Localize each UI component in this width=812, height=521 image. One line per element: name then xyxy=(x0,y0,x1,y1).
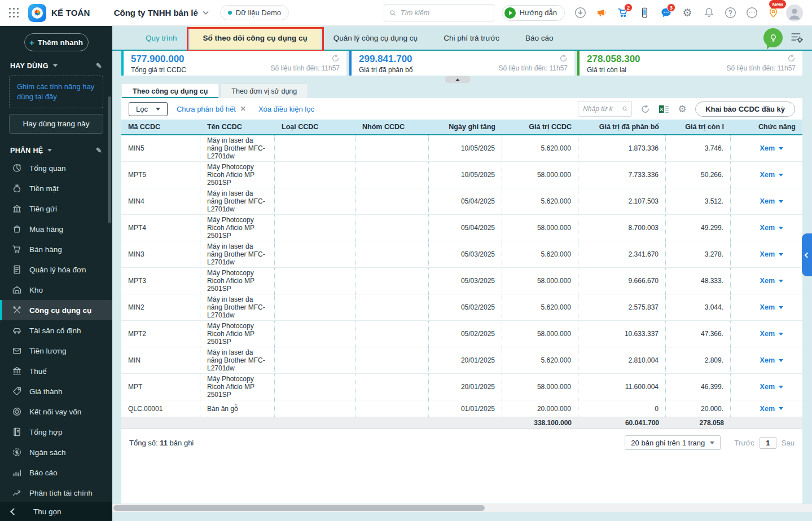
pin-hint-box[interactable]: Ghim các tính năng hay dùng tại đây xyxy=(9,76,103,108)
column-header[interactable]: Ngày ghi tăng xyxy=(429,120,502,134)
clear-filters-link[interactable]: Xóa điều kiện lọc xyxy=(258,105,314,113)
global-search[interactable] xyxy=(384,5,494,21)
help-icon[interactable] xyxy=(721,3,740,23)
tab-chi-phi-tra-truoc[interactable]: Chi phí trả trước xyxy=(431,26,512,50)
guide-button[interactable]: Hướng dẫn xyxy=(502,5,565,21)
edit-pencil-icon[interactable]: ✎ xyxy=(96,146,102,154)
view-action-dropdown[interactable]: Xem xyxy=(760,277,796,285)
page-size-select[interactable]: 20 bản ghi trên 1 trang xyxy=(625,435,721,450)
table-row[interactable]: MIN2Máy in laser đa năng Brother MFC-L27… xyxy=(121,294,802,321)
view-action-dropdown[interactable]: Xem xyxy=(760,303,796,311)
refresh-icon[interactable] xyxy=(331,54,340,63)
apps-grid-icon[interactable] xyxy=(9,8,19,18)
view-action-dropdown[interactable]: Xem xyxy=(760,171,796,179)
sidebar-item-tien-gui[interactable]: Tiền gửi xyxy=(0,198,112,219)
view-action-dropdown[interactable]: Xem xyxy=(760,144,796,152)
sidebar-item-quan-ly-hoa-don[interactable]: Quản lý hóa đơn xyxy=(0,259,112,280)
column-header[interactable]: Mã CCDC xyxy=(121,120,200,134)
subtab-theo-cong-cu-dung-cu[interactable]: Theo công cụ dụng cụ xyxy=(121,83,219,99)
filter-chip[interactable]: Chưa phân bổ hết ✕ xyxy=(177,105,246,113)
column-header[interactable]: Nhóm CCDC xyxy=(355,120,429,134)
table-search-input[interactable] xyxy=(582,104,621,113)
sidebar-item-tien-mat[interactable]: Tiền mặt xyxy=(0,178,112,198)
sidebar-item-gia-thanh[interactable]: Giá thành xyxy=(0,381,112,401)
sidebar-item-phan-tich-tai-chinh[interactable]: Phân tích tài chính xyxy=(0,483,112,503)
view-action-dropdown[interactable]: Xem xyxy=(760,197,796,205)
table-row[interactable]: MPT4Máy Photocopy Ricoh Aficio MP 2501SP… xyxy=(121,215,802,241)
refresh-icon[interactable] xyxy=(639,104,651,114)
table-row[interactable]: QLC.00001Bàn ăn gỗ01/01/202520.000.00002… xyxy=(121,400,802,417)
expand-panel-tab[interactable] xyxy=(802,233,812,276)
mobile-icon[interactable] xyxy=(635,3,654,23)
column-header[interactable]: Tên CCDC xyxy=(200,120,275,134)
frequent-page-button[interactable]: Hay dùng trang này xyxy=(9,114,103,134)
tab-bao-cao[interactable]: Báo cáo xyxy=(512,26,567,50)
view-action-dropdown[interactable]: Xem xyxy=(760,383,796,391)
settings-icon[interactable]: ⚙ xyxy=(678,3,697,23)
sidebar-item-tong-hop[interactable]: Tổng hợp xyxy=(0,422,112,442)
table-search[interactable] xyxy=(578,101,632,117)
table-row[interactable]: MPT3Máy Photocopy Ricoh Aficio MP 2501SP… xyxy=(121,268,802,294)
app-logo-icon[interactable] xyxy=(28,4,46,22)
scrollbar-thumb[interactable] xyxy=(113,505,485,511)
view-action-dropdown[interactable]: Xem xyxy=(760,250,796,258)
view-settings-icon[interactable] xyxy=(791,32,803,45)
tab-quan-ly-ccdc[interactable]: Quản lý công cụ dụng cụ xyxy=(321,26,431,50)
column-header[interactable]: Giá trị CCDC xyxy=(502,120,578,134)
prev-page-button[interactable]: Trước xyxy=(734,439,754,447)
sidebar-item-thue[interactable]: Thuế xyxy=(0,361,112,381)
subtab-theo-don-vi-su-dung[interactable]: Theo đơn vị sử dụng xyxy=(220,83,308,99)
column-header[interactable]: Giá trị còn l xyxy=(666,120,731,134)
horizontal-scrollbar[interactable] xyxy=(112,504,812,512)
table-row[interactable]: MPT2Máy Photocopy Ricoh Aficio MP 2501SP… xyxy=(121,321,802,347)
sidebar-scrollbar[interactable] xyxy=(108,96,111,223)
refresh-icon[interactable] xyxy=(559,54,568,63)
collapse-cards-button[interactable] xyxy=(445,76,471,83)
view-action-dropdown[interactable]: Xem xyxy=(760,356,796,364)
sidebar-item-ngan-sach[interactable]: Ngân sách xyxy=(0,442,112,462)
tab-quy-trinh[interactable]: Quy trình xyxy=(133,26,190,50)
more-icon[interactable] xyxy=(742,3,761,23)
table-row[interactable]: MINMáy in laser đa năng Brother MFC-L270… xyxy=(121,347,802,374)
table-row[interactable]: MIN4Máy in laser đa năng Brother MFC-L27… xyxy=(121,188,802,215)
notifications-icon[interactable] xyxy=(699,3,718,23)
search-input[interactable] xyxy=(400,8,489,17)
filter-button[interactable]: Lọc xyxy=(129,102,168,116)
chat-icon[interactable]: 3 xyxy=(656,3,675,23)
table-row[interactable]: MPT5Máy Photocopy Ricoh Aficio MP 2501SP… xyxy=(121,162,802,188)
sidebar-collapse-button[interactable]: Thu gọn xyxy=(0,502,112,521)
sidebar-item-ket-noi-vay-von[interactable]: Kết nối vay vốn xyxy=(0,401,112,422)
declare-opening-ccdc-button[interactable]: Khai báo CCDC đầu kỳ xyxy=(695,101,795,117)
table-row[interactable]: MIN3Máy in laser đa năng Brother MFC-L27… xyxy=(121,241,802,268)
column-header[interactable]: Chức năng xyxy=(731,120,802,134)
section-frequent[interactable]: HAY DÙNG ✎ xyxy=(0,55,112,73)
current-page-input[interactable]: 1 xyxy=(760,437,776,449)
refresh-icon[interactable] xyxy=(787,54,796,63)
demo-data-badge[interactable]: Dữ liệu Demo xyxy=(220,5,289,20)
avatar-icon[interactable] xyxy=(785,3,804,23)
cart-icon[interactable]: 2 xyxy=(613,3,633,23)
view-action-dropdown[interactable]: Xem xyxy=(760,224,796,232)
megaphone-icon[interactable] xyxy=(592,3,611,23)
column-header[interactable]: Giá trị đã phân bổ xyxy=(578,120,666,134)
view-action-dropdown[interactable]: Xem xyxy=(760,330,796,338)
sidebar-item-mua-hang[interactable]: Mua hàng xyxy=(0,219,112,239)
whats-new-icon[interactable]: New xyxy=(763,3,783,23)
sidebar-item-tai-san-co-dinh[interactable]: Tài sản cố định xyxy=(0,320,112,341)
table-row[interactable]: MIN5Máy in laser đa năng Brother MFC-L27… xyxy=(121,135,802,162)
column-header[interactable]: Loại CCDC xyxy=(275,120,355,134)
view-action-dropdown[interactable]: Xem xyxy=(760,405,796,413)
sidebar-item-tien-luong[interactable]: Tiền lương xyxy=(0,341,112,361)
tips-lightbulb-icon[interactable] xyxy=(763,28,783,47)
tab-so-theo-doi-ccdc[interactable]: Sổ theo dõi công cụ dụng cụ xyxy=(190,26,321,50)
section-modules[interactable]: PHÂN HỆ ✎ xyxy=(0,139,112,158)
company-selector[interactable]: Công ty TNHH bán lẻ xyxy=(114,8,209,17)
sidebar-item-kho[interactable]: Kho xyxy=(0,280,112,300)
download-icon[interactable] xyxy=(570,3,590,23)
edit-pencil-icon[interactable]: ✎ xyxy=(96,61,102,70)
sidebar-item-cong-cu-dung-cu[interactable]: Công cụ dụng cụ xyxy=(0,300,112,320)
table-row[interactable]: MPTMáy Photocopy Ricoh Aficio MP 2501SP2… xyxy=(121,374,802,400)
sidebar-item-ban-hang[interactable]: Bán hàng xyxy=(0,239,112,259)
next-page-button[interactable]: Sau xyxy=(782,439,795,447)
export-excel-icon[interactable]: X xyxy=(658,104,669,114)
